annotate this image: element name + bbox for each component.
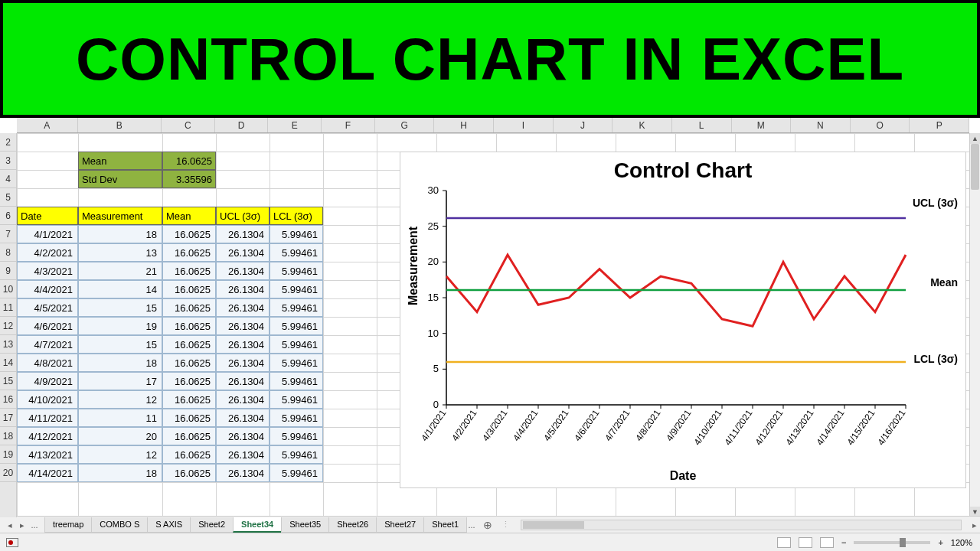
view-layout-icon[interactable] <box>799 537 812 548</box>
tab-Sheet2[interactable]: Sheet2 <box>190 517 234 533</box>
cell-r18-c0[interactable]: 4/12/2021 <box>17 427 78 445</box>
tab-Sheet1[interactable]: Sheet1 <box>423 517 467 533</box>
cell-r14-c4[interactable]: 5.99461 <box>270 354 323 372</box>
cell-r10-c3[interactable]: 26.1304 <box>216 280 270 298</box>
col-header-F[interactable]: F <box>322 118 375 132</box>
cell-r7-c0[interactable]: 4/1/2021 <box>17 225 78 243</box>
tab-first-icon[interactable]: ◂ <box>5 520 15 530</box>
col-header-G[interactable]: G <box>375 118 435 132</box>
tab-S AXIS[interactable]: S AXIS <box>147 517 191 533</box>
zoom-thumb[interactable] <box>900 538 906 547</box>
scroll-up-icon[interactable]: ▲ <box>970 133 980 144</box>
col-header-D[interactable]: D <box>215 118 269 132</box>
cell-r9-c0[interactable]: 4/3/2021 <box>17 262 78 280</box>
tab-prev-icon[interactable]: ▸ <box>17 520 28 530</box>
cell-r19-c0[interactable]: 4/13/2021 <box>17 445 78 464</box>
cell-r11-c4[interactable]: 5.99461 <box>270 298 323 317</box>
cell-r7-c1[interactable]: 18 <box>78 225 162 243</box>
col-header-E[interactable]: E <box>268 118 322 132</box>
cell-r20-c2[interactable]: 16.0625 <box>162 464 216 482</box>
row-header-5[interactable]: 5 <box>0 188 16 207</box>
col-header-C[interactable]: C <box>162 118 215 132</box>
row-header-16[interactable]: 16 <box>0 390 16 409</box>
col-header-K[interactable]: K <box>612 118 672 132</box>
row-header-15[interactable]: 15 <box>0 372 16 390</box>
cell-r13-c2[interactable]: 16.0625 <box>162 335 216 354</box>
cell-r11-c1[interactable]: 15 <box>78 298 162 317</box>
cell-r17-c3[interactable]: 26.1304 <box>216 409 270 427</box>
cell-r9-c3[interactable]: 26.1304 <box>216 262 270 280</box>
row-header-7[interactable]: 7 <box>0 225 16 243</box>
cell-r18-c3[interactable]: 26.1304 <box>216 427 270 445</box>
table-header-0[interactable]: Date <box>17 207 78 225</box>
cell-r18-c1[interactable]: 20 <box>78 427 162 445</box>
row-header-3[interactable]: 3 <box>0 152 16 170</box>
cell-r18-c4[interactable]: 5.99461 <box>270 427 323 445</box>
cell-r16-c0[interactable]: 4/10/2021 <box>17 390 78 409</box>
chart-container[interactable]: Control Chart Measurement 0510152025304/… <box>400 152 966 488</box>
cell-r11-c0[interactable]: 4/5/2021 <box>17 298 78 317</box>
cell-r8-c0[interactable]: 4/2/2021 <box>17 243 78 262</box>
col-header-H[interactable]: H <box>434 118 494 132</box>
cell-r15-c2[interactable]: 16.0625 <box>162 372 216 390</box>
cell-r12-c4[interactable]: 5.99461 <box>270 317 323 335</box>
cell-mean-value[interactable]: 16.0625 <box>162 152 216 170</box>
cell-r8-c1[interactable]: 13 <box>78 243 162 262</box>
cell-r20-c1[interactable]: 18 <box>78 464 162 482</box>
cell-r17-c0[interactable]: 4/11/2021 <box>17 409 78 427</box>
tab-COMBO S[interactable]: COMBO S <box>91 517 148 533</box>
zoom-in-button[interactable]: + <box>938 538 942 547</box>
row-header-6[interactable]: 6 <box>0 207 16 225</box>
cell-r15-c0[interactable]: 4/9/2021 <box>17 372 78 390</box>
cell-r13-c0[interactable]: 4/7/2021 <box>17 335 78 354</box>
cell-r14-c1[interactable]: 18 <box>78 354 162 372</box>
row-header-2[interactable]: 2 <box>0 133 16 152</box>
cell-r13-c1[interactable]: 15 <box>78 335 162 354</box>
row-header-4[interactable]: 4 <box>0 170 16 188</box>
cell-r14-c2[interactable]: 16.0625 <box>162 354 216 372</box>
cell-r7-c3[interactable]: 26.1304 <box>216 225 270 243</box>
col-header-I[interactable]: I <box>494 118 554 132</box>
cell-r10-c4[interactable]: 5.99461 <box>270 280 323 298</box>
zoom-out-button[interactable]: − <box>841 538 846 547</box>
cell-r8-c3[interactable]: 26.1304 <box>216 243 270 262</box>
cell-r12-c3[interactable]: 26.1304 <box>216 317 270 335</box>
row-header-19[interactable]: 19 <box>0 445 16 464</box>
cell-std-label[interactable]: Std Dev <box>78 170 162 188</box>
col-header-A[interactable]: A <box>17 118 78 132</box>
view-break-icon[interactable] <box>820 537 834 548</box>
cell-r15-c1[interactable]: 17 <box>78 372 162 390</box>
cell-r20-c3[interactable]: 26.1304 <box>216 464 270 482</box>
row-header-11[interactable]: 11 <box>0 298 16 317</box>
cell-r15-c4[interactable]: 5.99461 <box>270 372 323 390</box>
cell-r13-c3[interactable]: 26.1304 <box>216 335 270 354</box>
cell-r15-c3[interactable]: 26.1304 <box>216 372 270 390</box>
cell-r14-c0[interactable]: 4/8/2021 <box>17 354 78 372</box>
cell-r19-c4[interactable]: 5.99461 <box>270 445 323 464</box>
row-header-13[interactable]: 13 <box>0 335 16 354</box>
cell-r12-c1[interactable]: 19 <box>78 317 162 335</box>
cell-r9-c4[interactable]: 5.99461 <box>270 262 323 280</box>
tab-treemap[interactable]: treemap <box>44 517 92 533</box>
cell-r10-c2[interactable]: 16.0625 <box>162 280 216 298</box>
cell-r16-c3[interactable]: 26.1304 <box>216 390 270 409</box>
add-sheet-icon[interactable]: ⊕ <box>477 519 498 531</box>
cell-r20-c4[interactable]: 5.99461 <box>270 464 323 482</box>
row-header-20[interactable]: 20 <box>0 464 16 482</box>
cell-mean-label[interactable]: Mean <box>78 152 162 170</box>
cell-r16-c4[interactable]: 5.99461 <box>270 390 323 409</box>
zoom-slider[interactable] <box>854 541 930 544</box>
cell-r19-c3[interactable]: 26.1304 <box>216 445 270 464</box>
hscroll-thumb[interactable] <box>523 521 584 529</box>
row-header-17[interactable]: 17 <box>0 409 16 427</box>
cell-r19-c1[interactable]: 12 <box>78 445 162 464</box>
cell-r16-c2[interactable]: 16.0625 <box>162 390 216 409</box>
col-header-N[interactable]: N <box>791 118 851 132</box>
cell-r7-c2[interactable]: 16.0625 <box>162 225 216 243</box>
table-header-2[interactable]: Mean <box>162 207 216 225</box>
cell-r17-c2[interactable]: 16.0625 <box>162 409 216 427</box>
horizontal-scrollbar[interactable] <box>521 520 962 530</box>
cell-r12-c2[interactable]: 16.0625 <box>162 317 216 335</box>
cell-r18-c2[interactable]: 16.0625 <box>162 427 216 445</box>
tab-ellipsis-right[interactable]: ... <box>466 520 477 530</box>
